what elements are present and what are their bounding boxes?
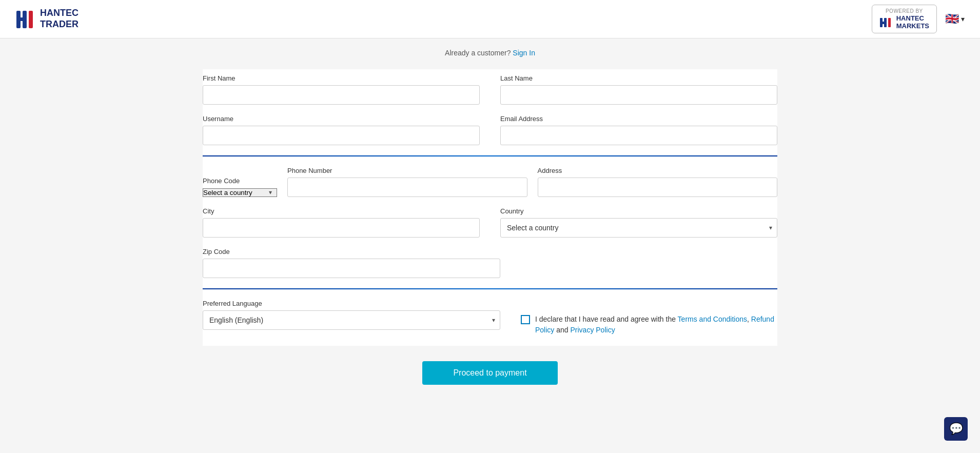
country-select-wrapper: Select a country ▾ (500, 218, 777, 238)
language-select[interactable]: English (English) (203, 310, 500, 330)
username-input[interactable] (203, 126, 480, 145)
bottom-section: Preferred Language English (English) ▾ I… (203, 300, 777, 336)
hantec-markets-icon (879, 17, 894, 28)
declaration-checkbox[interactable] (521, 315, 530, 324)
proceed-btn-row: Proceed to payment (203, 361, 777, 385)
chevron-down-icon: ▾ (961, 15, 965, 23)
last-name-group: Last Name (500, 74, 777, 105)
svg-rect-6 (888, 18, 891, 27)
phone-number-group: Phone Number (287, 167, 527, 197)
first-name-input[interactable] (203, 85, 480, 105)
already-customer-row: Already a customer? Sign In (203, 49, 777, 57)
address-input[interactable] (538, 178, 778, 197)
declaration-row: I declare that I have read and agree wit… (521, 314, 777, 336)
brand-name: HANTEC TRADER (40, 8, 79, 30)
first-name-group: First Name (203, 74, 480, 105)
proceed-button[interactable]: Proceed to payment (422, 361, 557, 385)
logo-icon (15, 8, 35, 31)
preferred-language-label: Preferred Language (203, 300, 500, 307)
main-content: Already a customer? Sign In First Name L… (182, 38, 798, 416)
country-select[interactable]: Select a country (500, 218, 777, 238)
hantec-markets-text: HANTEC MARKETS (896, 15, 929, 30)
flag-icon: 🇬🇧 (945, 12, 959, 26)
section-divider-2 (203, 288, 777, 289)
registration-form: First Name Last Name Username Email Addr… (203, 69, 777, 346)
country-label: Country (500, 207, 777, 215)
zip-code-group: Zip Code (203, 248, 777, 278)
terms-link[interactable]: Terms and Conditions (678, 315, 747, 323)
country-group: Country Select a country ▾ (500, 207, 777, 238)
city-label: City (203, 207, 480, 215)
first-name-label: First Name (203, 74, 480, 82)
svg-rect-7 (880, 22, 887, 24)
username-group: Username (203, 115, 480, 145)
city-input[interactable] (203, 218, 480, 238)
city-group: City (203, 207, 480, 238)
email-label: Email Address (500, 115, 777, 123)
phone-code-label: Phone Code (203, 177, 277, 185)
chat-button[interactable]: 💬 (944, 417, 968, 441)
separator1: , (747, 315, 749, 323)
declare-text-prefix: I declare that I have read and agree wit… (535, 315, 676, 323)
phone-code-group: Phone Code Select a country ▾ (203, 177, 277, 197)
username-label: Username (203, 115, 480, 123)
chat-icon: 💬 (949, 422, 963, 436)
separator2: and (556, 326, 568, 334)
zip-code-label: Zip Code (203, 248, 777, 255)
name-row: First Name Last Name (203, 74, 777, 105)
email-input[interactable] (500, 126, 777, 145)
address-label: Address (538, 167, 778, 174)
section-divider-1 (203, 155, 777, 156)
powered-by-logo: HANTEC MARKETS (879, 15, 929, 30)
language-selector[interactable]: 🇬🇧 ▾ (945, 12, 965, 26)
header-right: POWERED BY HANTEC MARKETS 🇬🇧 ▾ (872, 5, 965, 33)
already-customer-text: Already a customer? (445, 49, 511, 57)
svg-rect-3 (16, 17, 27, 21)
phone-code-select-wrapper: Select a country ▾ (203, 188, 277, 197)
last-name-input[interactable] (500, 85, 777, 105)
logo-area: HANTEC TRADER (15, 8, 79, 31)
svg-rect-2 (29, 11, 33, 28)
declaration-section: I declare that I have read and agree wit… (521, 300, 777, 336)
header: HANTEC TRADER POWERED BY HANTEC MARKETS … (0, 0, 980, 38)
powered-by-box: POWERED BY HANTEC MARKETS (872, 5, 937, 33)
privacy-link[interactable]: Privacy Policy (571, 326, 615, 334)
sign-in-link[interactable]: Sign In (513, 49, 535, 57)
last-name-label: Last Name (500, 74, 777, 82)
declaration-text: I declare that I have read and agree wit… (535, 314, 777, 336)
language-section: Preferred Language English (English) ▾ (203, 300, 500, 330)
phone-number-label: Phone Number (287, 167, 527, 174)
zip-code-input[interactable] (203, 259, 500, 278)
username-email-row: Username Email Address (203, 115, 777, 145)
powered-by-label: POWERED BY (886, 8, 923, 14)
email-group: Email Address (500, 115, 777, 145)
address-group: Address (538, 167, 778, 197)
phone-code-select[interactable]: Select a country (203, 188, 277, 197)
phone-number-input[interactable] (287, 178, 527, 197)
language-select-wrapper: English (English) ▾ (203, 310, 500, 330)
